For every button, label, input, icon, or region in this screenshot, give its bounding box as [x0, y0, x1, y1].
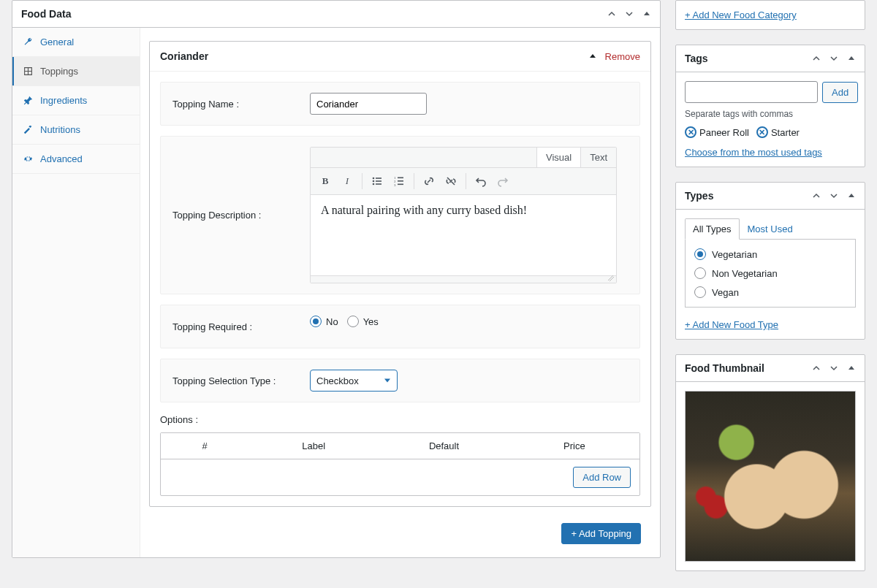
tag-input[interactable]	[685, 81, 818, 103]
types-tab-all[interactable]: All Types	[685, 218, 740, 240]
label-selection-type: Topping Selection Type :	[172, 370, 304, 392]
panel-move-down-icon[interactable]	[827, 361, 841, 375]
pin-icon	[23, 96, 33, 106]
type-radio-vegetarian[interactable]	[694, 248, 706, 260]
remove-tag-icon[interactable]: ✕	[685, 126, 696, 138]
remove-tag-icon[interactable]: ✕	[756, 126, 768, 138]
add-food-category-link[interactable]: + Add New Food Category	[685, 9, 797, 20]
type-label: Vegan	[712, 287, 739, 298]
editor-content[interactable]: A natural pairing with any curry based d…	[311, 195, 616, 275]
type-item[interactable]: Vegan	[694, 286, 846, 298]
link-icon[interactable]	[419, 171, 439, 191]
label-topping-description: Topping Description :	[172, 205, 304, 226]
selection-type-value: Checkbox	[310, 370, 398, 392]
editor-tab-text[interactable]: Text	[580, 148, 616, 167]
panel-toggle-icon[interactable]	[844, 361, 859, 375]
panel-move-up-icon[interactable]	[604, 7, 619, 21]
add-food-type-link[interactable]: + Add New Food Type	[685, 319, 778, 330]
add-row-button[interactable]: Add Row	[573, 467, 631, 488]
svg-rect-9	[398, 180, 403, 182]
collapse-icon[interactable]	[589, 53, 596, 60]
options-heading: Options :	[150, 414, 650, 425]
panel-toggle-icon[interactable]	[844, 51, 859, 66]
tab-ingredients[interactable]: Ingredients	[12, 86, 140, 115]
field-selection-type: Topping Selection Type : Checkbox	[160, 359, 640, 402]
tab-nutritions[interactable]: Nutritions	[12, 115, 140, 145]
panel-toggle-icon[interactable]	[639, 7, 654, 21]
redo-icon[interactable]	[493, 171, 513, 191]
remove-topping-link[interactable]: Remove	[605, 51, 640, 62]
tags-panel: Tags Add Separate tags with commas ✕ Pan…	[675, 45, 865, 167]
type-radio-nonveg[interactable]	[694, 267, 706, 279]
type-label: Vegetarian	[712, 249, 757, 260]
italic-icon[interactable]: I	[337, 171, 357, 191]
food-thumbnail-image[interactable]	[685, 391, 856, 562]
grid-icon	[23, 66, 33, 77]
required-no-radio[interactable]	[310, 316, 322, 327]
type-label: Non Vegetarian	[712, 268, 778, 279]
editor-resize-handle[interactable]	[311, 275, 616, 283]
bold-icon[interactable]: B	[315, 171, 335, 191]
tab-toppings[interactable]: Toppings	[12, 57, 140, 86]
numbered-list-icon[interactable]: 123	[389, 171, 409, 191]
choose-tags-link[interactable]: Choose from the most used tags	[685, 147, 822, 158]
topping-name-input[interactable]	[310, 93, 427, 115]
editor-tab-visual[interactable]: Visual	[536, 148, 580, 167]
editor-toolbar: B I 123	[311, 168, 616, 195]
bullet-list-icon[interactable]	[367, 171, 387, 191]
required-no-label: No	[326, 316, 338, 327]
food-data-header: Food Data	[12, 1, 660, 28]
col-default: Default	[379, 433, 509, 459]
field-topping-required: Topping Required : No	[160, 305, 640, 348]
svg-rect-1	[376, 177, 381, 179]
gear-icon	[23, 154, 33, 164]
food-data-panel: Food Data	[12, 0, 661, 558]
panel-move-down-icon[interactable]	[622, 7, 637, 21]
topping-header: Coriander Remove	[150, 42, 650, 72]
tab-nutritions-label: Nutritions	[40, 124, 80, 135]
type-item[interactable]: Non Vegetarian	[694, 267, 846, 279]
tab-general-label: General	[40, 37, 74, 47]
add-topping-button[interactable]: + Add Topping	[561, 523, 641, 544]
required-yes-label: Yes	[363, 316, 379, 327]
svg-point-4	[373, 183, 375, 186]
tab-advanced[interactable]: Advanced	[12, 145, 140, 174]
tags-title: Tags	[676, 45, 717, 72]
add-tag-button[interactable]: Add	[822, 82, 858, 103]
food-data-content: Coriander Remove Topping Na	[140, 28, 660, 557]
panel-move-up-icon[interactable]	[809, 51, 824, 66]
tag-list: ✕ Paneer Roll ✕ Starter	[685, 126, 856, 138]
type-radio-vegan[interactable]	[694, 286, 706, 298]
required-yes-option[interactable]: Yes	[347, 316, 379, 327]
options-table-head: # Label Default Price	[161, 433, 639, 459]
svg-rect-11	[398, 184, 403, 186]
types-panel: Types All Types Most Used Vegetarian	[675, 182, 865, 340]
panel-move-down-icon[interactable]	[827, 51, 841, 66]
col-label: Label	[248, 433, 379, 459]
undo-icon[interactable]	[471, 171, 491, 191]
types-list: Vegetarian Non Vegetarian Vegan	[685, 240, 856, 308]
col-num: #	[161, 433, 248, 459]
panel-move-up-icon[interactable]	[809, 188, 824, 203]
wrench-icon	[23, 37, 33, 47]
food-data-title: Food Data	[12, 1, 80, 27]
svg-rect-5	[376, 183, 381, 185]
tag-text: Paneer Roll	[699, 127, 749, 138]
required-yes-radio[interactable]	[347, 316, 359, 327]
tab-toppings-label: Toppings	[40, 66, 78, 77]
panel-move-down-icon[interactable]	[827, 188, 841, 203]
rich-text-editor: Visual Text B I	[310, 147, 617, 283]
required-no-option[interactable]: No	[310, 316, 338, 327]
topping-card: Coriander Remove Topping Na	[149, 41, 651, 507]
tab-general[interactable]: General	[12, 28, 140, 57]
svg-point-2	[373, 180, 375, 183]
tab-ingredients-label: Ingredients	[40, 95, 87, 106]
type-item[interactable]: Vegetarian	[694, 248, 846, 260]
panel-toggle-icon[interactable]	[844, 188, 859, 203]
panel-move-up-icon[interactable]	[809, 361, 824, 375]
toolbar-separator	[466, 173, 466, 189]
unlink-icon[interactable]	[441, 171, 461, 191]
selection-type-select[interactable]: Checkbox	[310, 370, 398, 392]
types-tab-most[interactable]: Most Used	[740, 218, 801, 240]
types-title: Types	[676, 183, 722, 209]
